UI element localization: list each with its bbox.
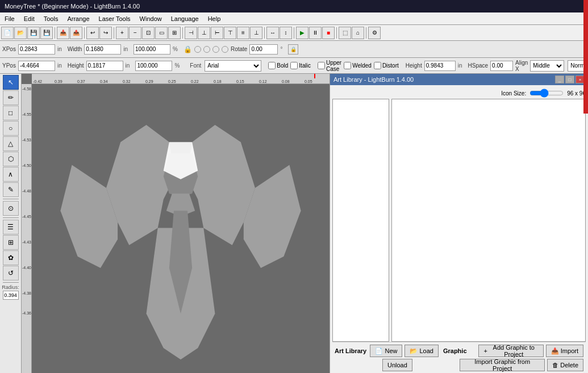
import-button[interactable]: 📥 Import — [546, 345, 583, 357]
radius-label: Radius: — [2, 284, 19, 290]
art-lib-maximize-button[interactable]: □ — [565, 76, 574, 83]
align-x-select[interactable]: MiddleLeftRight — [530, 60, 564, 72]
new-file-button[interactable]: 📄 — [1, 27, 14, 39]
align-left-button[interactable]: ⊣ — [185, 27, 197, 39]
menu-arrange[interactable]: Arrange — [62, 12, 94, 24]
upper-case-checkbox[interactable] — [318, 62, 325, 69]
layers-button[interactable]: ☰ — [3, 220, 19, 234]
sep8 — [366, 27, 366, 39]
unload-button[interactable]: Unload — [382, 359, 412, 371]
italic-checkbox-label[interactable]: Italic — [290, 62, 311, 69]
draw-button[interactable]: ✏ — [3, 90, 19, 105]
art-lib-tree[interactable] — [332, 99, 389, 342]
bold-checkbox[interactable] — [268, 62, 276, 69]
laser-stop-button[interactable]: ■ — [322, 27, 335, 39]
settings-button[interactable]: ⚙ — [368, 27, 381, 39]
frame-button[interactable]: ⬚ — [339, 27, 351, 39]
menu-laser-tools[interactable]: Laser Tools — [94, 12, 135, 24]
width-unit: in — [123, 46, 128, 52]
save-as-button[interactable]: 💾 — [40, 27, 53, 39]
scale-w-input[interactable] — [134, 44, 170, 55]
load-button[interactable]: 📂 Load — [404, 345, 438, 357]
xpos-input[interactable] — [18, 44, 55, 55]
main-content: ↖ ✏ □ ○ △ ⬡ ∧ ✎ ⊙ ☰ ⊞ ✿ ↺ Radius: -0.42 … — [0, 74, 588, 373]
flip-v-button[interactable]: ↕ — [280, 27, 292, 39]
bold-checkbox-label[interactable]: Bold — [268, 62, 288, 69]
open-file-button[interactable]: 📂 — [14, 27, 27, 39]
add-graphic-button[interactable]: + Add Graphic to Project — [478, 345, 543, 357]
canvas-area[interactable]: -0.42 0.39 0.37 0.34 0.32 0.29 0.25 0.22… — [22, 74, 330, 373]
color-circle-4 — [222, 46, 228, 53]
triangle-button[interactable]: △ — [3, 136, 19, 151]
welded-checkbox-label[interactable]: Welded — [344, 62, 372, 69]
width-input[interactable] — [84, 44, 121, 55]
align-middle-button[interactable]: ≡ — [237, 27, 249, 39]
home-button[interactable]: ⌂ — [352, 27, 364, 39]
target-button[interactable]: ⊙ — [3, 201, 19, 216]
select-button[interactable]: ▭ — [155, 27, 168, 39]
rotate-tool-button[interactable]: ↺ — [3, 266, 19, 280]
menu-help[interactable]: Help — [203, 12, 226, 24]
pen-button[interactable]: ✎ — [3, 182, 19, 197]
zoom-out-button[interactable]: − — [129, 27, 141, 39]
welded-checkbox[interactable] — [344, 62, 351, 69]
delete-button[interactable]: 🗑 Delete — [547, 359, 583, 371]
polygon-button[interactable]: ⬡ — [3, 152, 19, 166]
redo-button[interactable]: ↪ — [99, 27, 112, 39]
align-right-button[interactable]: ⊢ — [211, 27, 223, 39]
menu-tools[interactable]: Tools — [39, 12, 63, 24]
left-toolbar: ↖ ✏ □ ○ △ ⬡ ∧ ✎ ⊙ ☰ ⊞ ✿ ↺ Radius: — [0, 74, 22, 373]
circle-button[interactable]: ○ — [3, 121, 19, 136]
zoom-in-button[interactable]: + — [116, 27, 128, 39]
export-button[interactable]: 📤 — [70, 27, 82, 39]
rotate-lock-button[interactable]: 🔒 — [288, 44, 298, 55]
lock-icon[interactable]: 🔒 — [184, 45, 192, 53]
sep2 — [84, 27, 85, 39]
laser-pause-button[interactable]: ⏸ — [309, 27, 322, 39]
color-circle-3 — [212, 46, 219, 53]
menu-edit[interactable]: Edit — [19, 12, 39, 24]
art-lib-preview[interactable] — [391, 99, 586, 342]
ypos-input[interactable] — [18, 61, 55, 71]
tuxedo-graphic — [32, 84, 330, 373]
font-height-label: Height — [406, 62, 422, 69]
icon-size-slider[interactable] — [529, 89, 564, 98]
height-input[interactable] — [86, 61, 123, 71]
grid-button[interactable]: ⊞ — [3, 235, 19, 250]
radius-input[interactable] — [3, 291, 19, 300]
italic-checkbox[interactable] — [290, 62, 298, 69]
align-top-button[interactable]: ⊤ — [224, 27, 236, 39]
icon-size-label: Icon Size: — [501, 90, 526, 97]
hspace-input[interactable] — [490, 61, 513, 71]
menu-window[interactable]: Window — [135, 12, 166, 24]
zoom-fit-button[interactable]: ⊡ — [142, 27, 155, 39]
group-button[interactable]: ⊞ — [168, 27, 181, 39]
distort-checkbox-label[interactable]: Distort — [374, 62, 399, 69]
art-lib-row1: Art Library 📄 New 📂 Load Graphic + — [335, 345, 583, 357]
flip-h-button[interactable]: ↔ — [266, 27, 279, 39]
art-lib-minimize-button[interactable]: _ — [555, 76, 564, 83]
save-file-button[interactable]: 💾 — [27, 27, 40, 39]
trace-button[interactable]: ✿ — [3, 250, 19, 265]
menu-language[interactable]: Language — [166, 12, 203, 24]
laser-start-button[interactable]: ▶ — [296, 27, 308, 39]
rectangle-button[interactable]: □ — [3, 106, 19, 120]
select-tool-button[interactable]: ↖ — [3, 75, 19, 90]
scale-h-input[interactable] — [135, 61, 172, 71]
undo-button[interactable]: ↩ — [86, 27, 99, 39]
import-button[interactable]: 📥 — [57, 27, 69, 39]
menu-file[interactable]: File — [0, 12, 19, 24]
new-button[interactable]: 📄 New — [370, 345, 402, 357]
font-height-input[interactable] — [424, 61, 456, 71]
align-center-button[interactable]: ⊥ — [198, 27, 210, 39]
align-bottom-button[interactable]: ⊥ — [250, 27, 262, 39]
right-panel: Art Library - LightBurn 1.4.00 _ □ × Ico… — [330, 74, 588, 373]
distort-checkbox[interactable] — [374, 62, 381, 69]
upper-case-checkbox-label[interactable]: Upper Case — [318, 60, 341, 72]
font-select[interactable]: Arial — [205, 60, 261, 72]
node-edit-button[interactable]: ∧ — [3, 167, 19, 182]
art-library-title: Art Library - LightBurn 1.4.00 — [333, 76, 414, 83]
rotate-input[interactable] — [249, 44, 278, 55]
titlebar: MoneyTree * (Beginner Mode) - LightBurn … — [0, 0, 588, 12]
import-from-project-button[interactable]: Import Graphic from Project — [460, 359, 545, 371]
